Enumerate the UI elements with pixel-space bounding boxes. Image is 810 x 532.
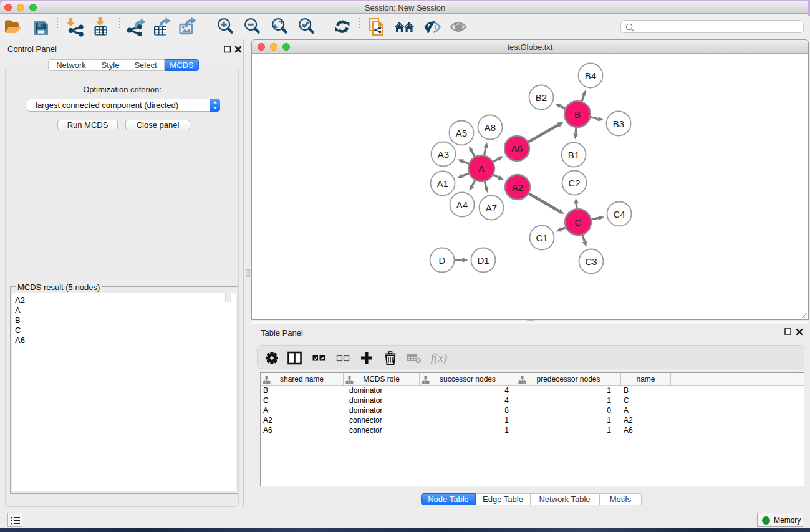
svg-text:B2: B2 <box>536 92 547 103</box>
svg-text:C: C <box>575 217 582 228</box>
svg-text:A2: A2 <box>512 182 523 193</box>
svg-text:f(x): f(x) <box>431 351 447 365</box>
svg-text:B1: B1 <box>568 150 579 160</box>
svg-text:C4: C4 <box>613 209 625 220</box>
svg-text:B4: B4 <box>585 70 596 81</box>
svg-text:C1: C1 <box>536 233 547 243</box>
svg-text:C2: C2 <box>568 178 580 188</box>
svg-text:C3: C3 <box>585 256 597 267</box>
svg-text:A8: A8 <box>485 122 496 133</box>
svg-text:D: D <box>439 255 446 266</box>
svg-text:D1: D1 <box>477 255 489 266</box>
svg-text:A1: A1 <box>437 178 448 189</box>
svg-text:B: B <box>574 109 581 120</box>
svg-text:B3: B3 <box>613 118 624 129</box>
svg-text:A: A <box>478 163 485 174</box>
svg-text:A5: A5 <box>456 128 467 138</box>
svg-text:A7: A7 <box>486 203 497 213</box>
svg-text:A3: A3 <box>438 149 449 160</box>
svg-text:A4: A4 <box>456 200 468 210</box>
svg-text:A6: A6 <box>511 143 523 154</box>
